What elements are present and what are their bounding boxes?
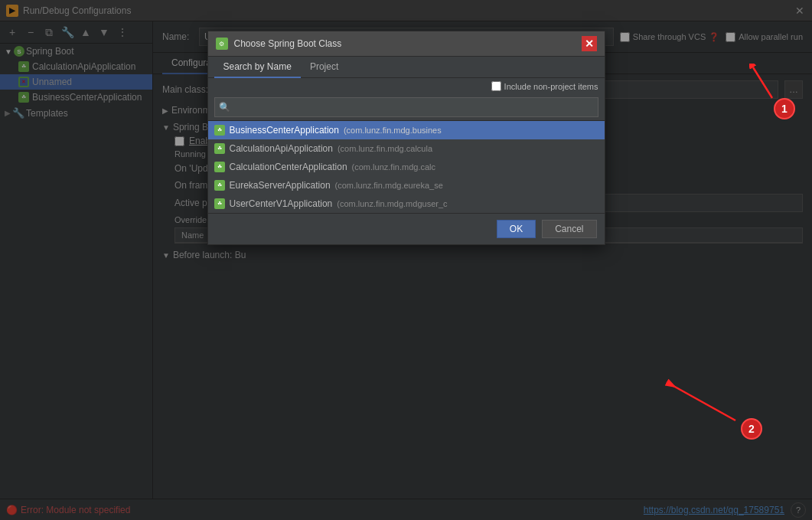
result-icon-0: ☘ <box>214 125 225 136</box>
include-non-project-text: Include non-project items <box>504 82 598 91</box>
cancel-button[interactable]: Cancel <box>542 220 596 238</box>
search-icon: 🔍 <box>219 102 230 113</box>
result-icon-1: ☘ <box>214 143 225 154</box>
modal-tabs: Search by Name Project <box>208 57 605 78</box>
results-list: ☘ BusinessCenterApplication (com.lunz.fi… <box>208 120 605 213</box>
main-container: + − ⧉ 🔧 ▲ ▼ ⋮ ▼ S Spring Boot ☘ Calculat… <box>0 21 812 499</box>
include-non-project-checkbox[interactable] <box>491 81 501 91</box>
result-item-2[interactable]: ☘ CalculationCenterApplication (com.lunz… <box>208 158 605 176</box>
modal-options-row: Include non-project items <box>208 78 605 94</box>
result-path-0: (com.lunz.fin.mdg.busines <box>344 126 442 135</box>
modal-close-button[interactable]: ✕ <box>582 36 597 51</box>
modal-title: Choose Spring Boot Class <box>234 38 576 49</box>
include-non-project-label[interactable]: Include non-project items <box>491 81 598 91</box>
result-item-4[interactable]: ☘ UserCenterV1Application (com.lunz.fin.… <box>208 195 605 213</box>
result-name-0: BusinessCenterApplication <box>230 125 339 136</box>
result-icon-4: ☘ <box>214 198 225 209</box>
modal-title-bar: ⚙ Choose Spring Boot Class ✕ <box>208 31 605 57</box>
search-row: 🔍 <box>208 94 605 120</box>
modal-tab-project[interactable]: Project <box>301 57 347 78</box>
result-path-3: (com.lunz.fin.mdg.eureka_se <box>335 181 443 190</box>
result-name-3: EurekaServerApplication <box>230 180 331 191</box>
result-path-2: (com.lunz.fin.mdg.calc <box>352 162 435 172</box>
result-item-1[interactable]: ☘ CalculationApiApplication (com.lunz.fi… <box>208 139 605 158</box>
result-name-4: UserCenterV1Application <box>230 198 333 209</box>
search-wrap: 🔍 <box>214 97 598 117</box>
result-icon-2: ☘ <box>214 162 225 172</box>
result-name-2: CalculationCenterApplication <box>230 162 347 172</box>
modal-footer: OK Cancel <box>208 213 605 244</box>
result-path-1: (com.lunz.fin.mdg.calcula <box>338 144 432 153</box>
result-item-0[interactable]: ☘ BusinessCenterApplication (com.lunz.fi… <box>208 121 605 139</box>
search-input[interactable] <box>214 97 598 117</box>
ok-button[interactable]: OK <box>497 220 536 238</box>
result-item-3[interactable]: ☘ EurekaServerApplication (com.lunz.fin.… <box>208 176 605 195</box>
result-name-1: CalculationApiApplication <box>230 143 333 154</box>
result-path-4: (com.lunz.fin.mdg.mdguser_c <box>337 199 447 208</box>
result-icon-3: ☘ <box>214 180 225 191</box>
modal-icon: ⚙ <box>216 38 228 50</box>
choose-class-modal: ⚙ Choose Spring Boot Class ✕ Search by N… <box>207 31 605 245</box>
content-area: Name: Share through VCS ❓ Allow parallel… <box>153 21 812 499</box>
modal-overlay: ⚙ Choose Spring Boot Class ✕ Search by N… <box>153 21 812 499</box>
modal-tab-search-by-name[interactable]: Search by Name <box>214 57 301 78</box>
